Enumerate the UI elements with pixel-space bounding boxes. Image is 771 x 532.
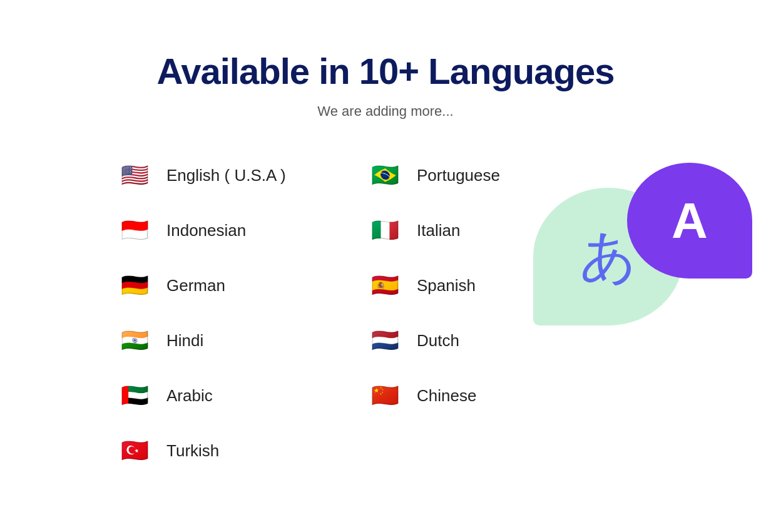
flag-italian: 🇮🇹	[367, 212, 403, 248]
lang-name-portuguese: Portuguese	[417, 166, 500, 185]
lang-name-hindi: Hindi	[166, 331, 203, 350]
flag-english: 🇺🇸	[116, 157, 153, 193]
lang-name-chinese: Chinese	[417, 386, 476, 406]
lang-item-chinese: 🇨🇳 Chinese	[367, 377, 580, 414]
lang-item-indonesian: 🇮🇩 Indonesian	[116, 212, 329, 248]
flag-portuguese: 🇧🇷	[367, 157, 403, 193]
page-subtitle: We are adding more...	[317, 103, 453, 120]
page: Available in 10+ Languages We are adding…	[0, 0, 771, 532]
lang-item-arabic: 🇦🇪 Arabic	[116, 377, 329, 414]
decoration-bubbles: あ A	[533, 163, 752, 382]
flag-dutch: 🇳🇱	[367, 322, 403, 359]
lang-name-italian: Italian	[417, 221, 460, 240]
lang-item-german: 🇩🇪 German	[116, 267, 329, 304]
flag-hindi: 🇮🇳	[116, 322, 153, 359]
flag-german: 🇩🇪	[116, 267, 153, 304]
lang-item-hindi: 🇮🇳 Hindi	[116, 322, 329, 359]
lang-name-arabic: Arabic	[166, 386, 213, 406]
lang-name-spanish: Spanish	[417, 276, 476, 295]
lang-name-english: English ( U.S.A )	[166, 166, 286, 185]
languages-grid: 🇺🇸 English ( U.S.A ) 🇧🇷 Portuguese 🇮🇩 In…	[116, 157, 580, 469]
lang-item-english: 🇺🇸 English ( U.S.A )	[116, 157, 329, 193]
flag-turkish: 🇹🇷	[116, 432, 153, 469]
flag-indonesian: 🇮🇩	[116, 212, 153, 248]
lang-item-turkish: 🇹🇷 Turkish	[116, 432, 329, 469]
bubble-latin: A	[627, 163, 752, 279]
lang-name-german: German	[166, 276, 225, 295]
page-title: Available in 10+ Languages	[157, 50, 615, 92]
lang-name-indonesian: Indonesian	[166, 221, 246, 240]
flag-spanish: 🇪🇸	[367, 267, 403, 304]
flag-chinese: 🇨🇳	[367, 377, 403, 414]
flag-arabic: 🇦🇪	[116, 377, 153, 414]
lang-name-turkish: Turkish	[166, 441, 219, 461]
lang-name-dutch: Dutch	[417, 331, 459, 350]
